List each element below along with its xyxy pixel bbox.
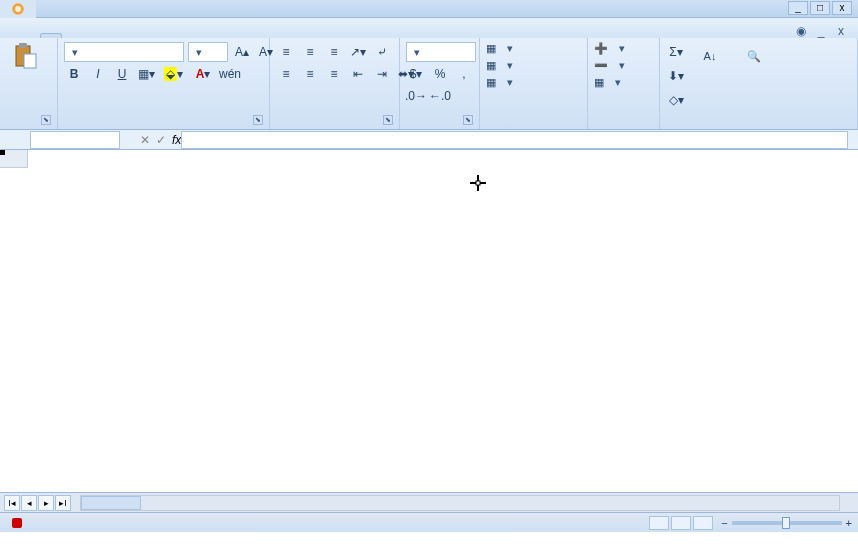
office-button[interactable] xyxy=(0,0,36,18)
font-name[interactable]: ▾ xyxy=(64,42,184,62)
fill-icon[interactable]: ⬇▾ xyxy=(666,66,686,86)
orientation-icon[interactable]: ↗▾ xyxy=(348,42,368,62)
paste-button[interactable] xyxy=(6,42,46,72)
sheet-nav-prev[interactable]: ◂ xyxy=(21,495,37,511)
italic-icon[interactable]: I xyxy=(88,64,108,84)
group-edit xyxy=(666,123,851,125)
macro-record-icon[interactable] xyxy=(12,518,22,528)
ribbon-minimize[interactable]: _ xyxy=(814,24,828,38)
accept-formula-icon[interactable]: ✓ xyxy=(156,133,166,147)
window-maximize[interactable]: □ xyxy=(810,1,830,15)
decimal-dec-icon[interactable]: ←.0 xyxy=(430,86,450,106)
find-select-button[interactable]: 🔍 xyxy=(734,42,774,72)
sheet-nav-last[interactable]: ▸I xyxy=(55,495,71,511)
window-close[interactable]: x xyxy=(832,1,852,15)
font-size[interactable]: ▾ xyxy=(188,42,228,62)
percent-icon[interactable]: % xyxy=(430,64,450,84)
underline-icon[interactable]: U xyxy=(112,64,132,84)
zoom-slider[interactable] xyxy=(732,521,842,525)
view-normal[interactable] xyxy=(649,516,669,530)
phonetic-icon[interactable]: wén xyxy=(220,64,240,84)
svg-rect-3 xyxy=(19,43,27,48)
format-cells-button[interactable]: ▦▾ xyxy=(594,76,624,89)
fx-icon[interactable]: fx xyxy=(172,133,181,147)
zoom-in[interactable]: + xyxy=(846,517,852,529)
grow-font-icon[interactable]: A▴ xyxy=(232,42,252,62)
formula-bar[interactable] xyxy=(181,131,848,149)
window-minimize[interactable]: _ xyxy=(788,1,808,15)
decimal-inc-icon[interactable]: .0→ xyxy=(406,86,426,106)
group-cells xyxy=(594,123,653,125)
view-layout[interactable] xyxy=(671,516,691,530)
number-format[interactable]: ▾ xyxy=(406,42,476,62)
align-launcher[interactable]: ⬊ xyxy=(383,115,393,125)
svg-rect-4 xyxy=(24,54,36,68)
align-right-icon[interactable]: ≡ xyxy=(324,64,344,84)
cursor-icon xyxy=(470,175,486,191)
delete-cells-button[interactable]: ➖▾ xyxy=(594,59,628,72)
fill-color-icon[interactable]: ⬙▾ xyxy=(160,64,186,84)
doc-close[interactable]: x xyxy=(834,24,848,38)
sheet-nav-next[interactable]: ▸ xyxy=(38,495,54,511)
bold-icon[interactable]: B xyxy=(64,64,84,84)
group-style xyxy=(486,123,581,125)
indent-inc-icon[interactable]: ⇥ xyxy=(372,64,392,84)
zoom-out[interactable]: − xyxy=(721,517,727,529)
table-format-button[interactable]: ▦▾ xyxy=(486,59,516,72)
ribbon-tabs: ◉ _ x xyxy=(0,18,858,38)
align-bottom-icon[interactable]: ≡ xyxy=(324,42,344,62)
view-pagebreak[interactable] xyxy=(693,516,713,530)
clear-icon[interactable]: ◇▾ xyxy=(666,90,686,110)
align-center-icon[interactable]: ≡ xyxy=(300,64,320,84)
align-left-icon[interactable]: ≡ xyxy=(276,64,296,84)
name-box[interactable] xyxy=(30,131,120,149)
font-launcher[interactable]: ⬊ xyxy=(253,115,263,125)
cell-style-button[interactable]: ▦▾ xyxy=(486,76,516,89)
help-icon[interactable]: ◉ xyxy=(794,24,808,38)
clipboard-launcher[interactable]: ⬊ xyxy=(41,115,51,125)
insert-cells-button[interactable]: ➕▾ xyxy=(594,42,628,55)
currency-icon[interactable]: $▾ xyxy=(406,64,426,84)
number-launcher[interactable]: ⬊ xyxy=(463,115,473,125)
svg-point-1 xyxy=(15,6,21,12)
border-icon[interactable]: ▦▾ xyxy=(136,64,156,84)
indent-dec-icon[interactable]: ⇤ xyxy=(348,64,368,84)
comma-icon[interactable]: , xyxy=(454,64,474,84)
cond-format-button[interactable]: ▦▾ xyxy=(486,42,516,55)
hscrollbar[interactable] xyxy=(80,495,840,511)
font-color-icon[interactable]: A▾ xyxy=(190,64,216,84)
sheet-nav-first[interactable]: I◂ xyxy=(4,495,20,511)
align-top-icon[interactable]: ≡ xyxy=(276,42,296,62)
wrap-text-icon[interactable]: ⤶ xyxy=(372,42,392,62)
autosum-icon[interactable]: Σ▾ xyxy=(666,42,686,62)
svg-rect-5 xyxy=(476,181,480,185)
align-middle-icon[interactable]: ≡ xyxy=(300,42,320,62)
select-all[interactable] xyxy=(0,150,28,168)
sort-filter-button[interactable]: A↓ xyxy=(690,42,730,72)
cancel-formula-icon[interactable]: ✕ xyxy=(140,133,150,147)
